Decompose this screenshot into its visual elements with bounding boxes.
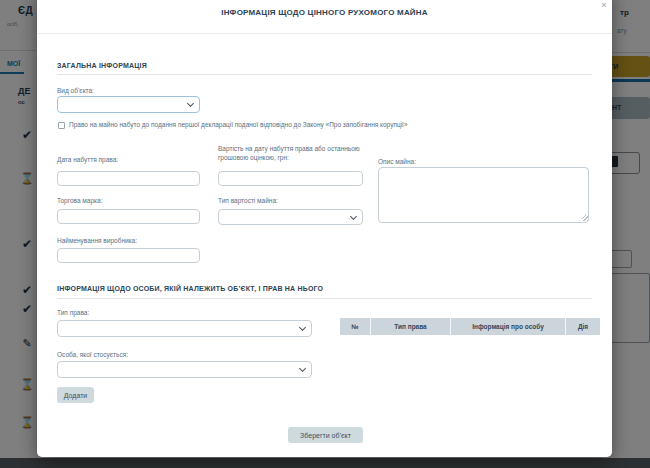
right-type-label: Тип права: [57, 309, 89, 318]
person-section-divider [57, 298, 592, 299]
movable-property-modal: ІНФОРМАЦІЯ ЩОДО ЦІННОГО РУХОМОГО МАЙНА ×… [37, 0, 612, 457]
acquisition-date-label: Дата набуття права: [57, 156, 118, 165]
title-divider [37, 33, 612, 34]
value-type-label: Тип вартості майна: [218, 197, 278, 206]
table-header-person-info: Інформація про особу [450, 318, 565, 335]
object-type-select[interactable] [57, 96, 200, 113]
right-type-select[interactable] [57, 320, 312, 337]
general-section-divider [57, 74, 592, 75]
description-label: Опис майна: [378, 158, 416, 167]
value-input[interactable] [218, 171, 363, 186]
table-header-right-type: Тип права [370, 318, 450, 335]
value-type-select[interactable] [218, 209, 363, 225]
person-label: Особа, якої стосується: [57, 351, 128, 360]
person-section-heading: ІНФОРМАЦІЯ ЩОДО ОСОБИ, ЯКІЙ НАЛЕЖИТЬ ОБ’… [57, 285, 323, 292]
trademark-label: Торгова марка: [57, 197, 102, 206]
acquisition-date-input[interactable] [57, 171, 200, 186]
manufacturer-label: Найменування виробника: [57, 237, 137, 246]
add-button[interactable]: Додати [57, 387, 94, 403]
rights-table-header: № Тип права Інформація про особу Дія [340, 318, 600, 335]
value-label: Вартість на дату набуття права або остан… [218, 145, 370, 163]
textarea-resize-handle[interactable] [582, 215, 588, 221]
table-header-action: Дія [565, 318, 600, 335]
person-select[interactable] [57, 361, 312, 378]
general-section-heading: ЗАГАЛЬНА ІНФОРМАЦІЯ [57, 62, 147, 69]
modal-title: ІНФОРМАЦІЯ ЩОДО ЦІННОГО РУХОМОГО МАЙНА [37, 8, 612, 17]
trademark-input[interactable] [57, 209, 200, 224]
manufacturer-input[interactable] [57, 248, 200, 263]
first-declaration-checkbox-label: Право на майно набуто до подання першої … [69, 121, 539, 130]
object-type-label: Вид об’єкта: [57, 87, 94, 96]
description-textarea[interactable] [378, 167, 589, 223]
save-object-button[interactable]: Зберегти об’єкт [288, 427, 363, 443]
close-icon[interactable]: × [597, 0, 611, 11]
table-header-number: № [340, 318, 370, 335]
first-declaration-checkbox[interactable] [58, 122, 65, 129]
